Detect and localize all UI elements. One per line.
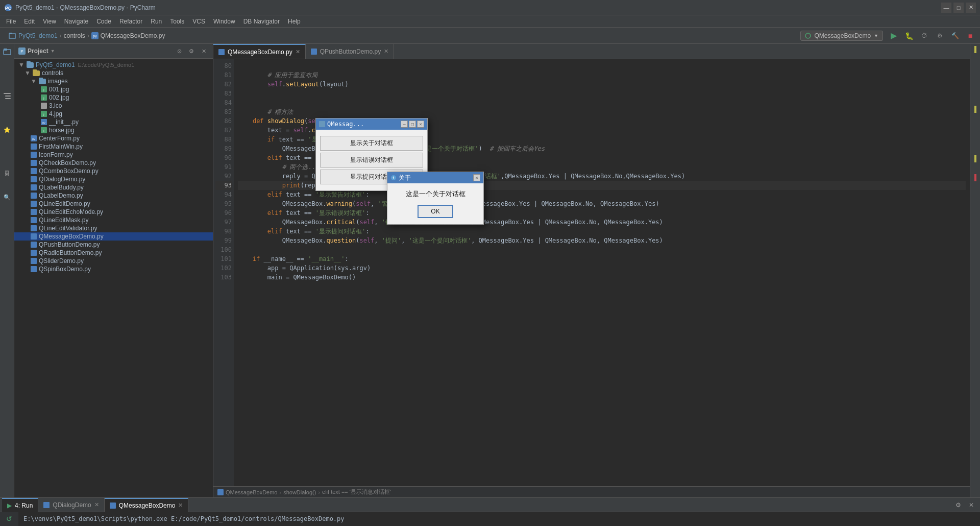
tree-qlineditvalidator[interactable]: QLineEditValidator.py [14,224,213,232]
chevron-down-icon2: ▼ [51,49,55,54]
menu-code[interactable]: Code [92,17,115,26]
minimize-button[interactable]: — [941,3,951,13]
tree-images-folder[interactable]: ▼ images [14,77,213,85]
tree-002jpg[interactable]: j 002.jpg [14,93,213,102]
maximize-button[interactable]: □ [953,3,964,13]
build-button[interactable]: 🔨 [948,29,962,42]
menu-refactor[interactable]: Refactor [115,17,146,26]
tree-horsejpg[interactable]: j horse.jpg [14,126,213,134]
qmessage-maximize-button[interactable]: □ [409,121,416,128]
run-tab-qdialog[interactable]: QDialogDemo ✕ [38,498,104,512]
tree-qlineeditdemo[interactable]: QLineEditDemo.py [14,200,213,208]
tree-expand-icon: ▼ [18,61,24,68]
tab-qpushbutton[interactable]: QPushButtonDemo.py ✕ [306,44,394,59]
run-qmessage-icon [110,503,116,509]
sidebar-favorites-icon[interactable]: ⭐ [1,124,13,136]
python-file-icon12 [31,217,37,223]
run-panel-close-button[interactable]: ✕ [965,498,978,512]
tree-qlabeldemo[interactable]: QLabelDemo.py [14,192,213,200]
breadcrumb: PyQt5_demo1 › controls › py QMessageBoxD… [8,32,402,40]
close-panel-button[interactable]: ✕ [199,46,209,56]
menu-run[interactable]: Run [146,17,166,26]
menu-navigate[interactable]: Navigate [60,17,92,26]
run-tab-active[interactable]: ▶ 4: Run [2,498,38,512]
tab-qmessagebox-close[interactable]: ✕ [296,49,300,55]
tree-001jpg[interactable]: j 001.jpg [14,85,213,93]
tree-qpushbutton[interactable]: QPushButtonDemo.py [14,241,213,249]
menu-edit[interactable]: Edit [20,17,39,26]
menu-db-navigator[interactable]: DB Navigator [239,17,284,26]
menu-vcs[interactable]: VCS [188,17,209,26]
menu-help[interactable]: Help [284,17,305,26]
tree-qmessagebox[interactable]: QMessageBoxDemo.py [14,232,213,241]
tree-qlineeditechodemo[interactable]: QLineEditEchoMode.py [14,208,213,216]
tree-iconform[interactable]: IconForm.py [14,151,213,159]
tab-qmessagebox[interactable]: QMessageBoxDemo.py ✕ [213,44,306,59]
tree-qspinbox[interactable]: QSpinBoxDemo.py [14,265,213,273]
debug-button[interactable]: 🐛 [902,29,916,42]
tree-qradiobutton[interactable]: QRadioButtonDemo.py [14,249,213,257]
run-button[interactable]: ▶ [887,29,900,42]
about-dialog-titlebar: i 关于 ✕ [387,172,483,183]
tree-qcombobox[interactable]: QComboBoxDemo.py [14,167,213,175]
tree-qdialog[interactable]: QDialogDemo.py [14,175,213,183]
qmessage-minimize-button[interactable]: — [401,121,408,128]
about-ok-button[interactable]: OK [418,205,453,218]
titlebar-title: PyQt5_demo1 - QMessageBoxDemo.py - PyCha… [15,4,156,11]
collapse-all-button[interactable]: ⊙ [174,46,184,56]
menu-file[interactable]: File [2,17,20,26]
svg-rect-55 [43,502,50,508]
run-tab-label: 4: Run [15,502,33,509]
run-panel-settings-button[interactable]: ⚙ [951,498,965,512]
about-close-button[interactable]: ✕ [473,174,480,181]
qmessage-close-button[interactable]: ✕ [417,121,424,128]
sidebar-structure-icon[interactable] [1,90,13,102]
sidebar-dbbrowser-icon[interactable]: 🗄 [1,168,13,180]
image-file-icon3: j [41,111,47,117]
code-line-99: QMessageBox.question(self, '提问', '这是一个提问… [238,236,966,245]
code-line-103: main = QMessageBoxDemo() [238,273,966,282]
qmessage-dialog-icon [319,121,325,127]
tree-init-py[interactable]: py __init__.py [14,118,213,126]
tree-qlabeldemo-label: QLabelDemo.py [39,192,83,199]
close-button[interactable]: ✕ [966,3,976,13]
tree-4jpg[interactable]: j 4.jpg [14,110,213,118]
menu-view[interactable]: View [39,17,60,26]
coverage-button[interactable]: ⏱ [918,29,931,42]
code-content[interactable]: # 应用于垂直布局 self.setLayout(layout) # 槽方法 d… [234,59,970,486]
rerun-button[interactable]: ↺ [3,514,15,523]
code-line-81: # 应用于垂直布局 [238,70,966,80]
tree-centerform[interactable]: py CenterForm.py [14,134,213,142]
menu-tools[interactable]: Tools [166,17,188,26]
tree-images-label: images [48,78,68,85]
sidebar-project-icon[interactable] [1,46,13,58]
settings-button[interactable]: ⚙ [186,46,197,56]
menu-window[interactable]: Window [209,17,239,26]
project-tree: ▼ PyQt5_demo1 E:\code\PyQt5_demo1 ▼ cont… [14,59,213,497]
tree-qcheckbox[interactable]: QCheckBoxDemo.py [14,159,213,167]
code-editor: 8081828384 8586878889 9091929394 9596979… [213,59,970,486]
profile-button[interactable]: ⚙ [933,29,946,42]
svg-rect-49 [218,49,225,55]
run-tab-qdialog-close[interactable]: ✕ [94,501,99,508]
tree-3ico[interactable]: 3.ico [14,102,213,110]
tree-qlabelbuddy[interactable]: QLabelBuddy.py [14,183,213,192]
run-tab-qmessage[interactable]: QMessageBoxDemo ✕ [105,498,189,512]
tree-controls[interactable]: ▼ controls [14,69,213,77]
run-tab-qmessage-close[interactable]: ✕ [178,502,183,509]
run-output: E:\venvs\PyQt5_demo1\Scripts\python.exe … [18,512,980,526]
tree-firstmainwin[interactable]: FirstMainWin.py [14,142,213,151]
tree-root[interactable]: ▼ PyQt5_demo1 E:\code\PyQt5_demo1 [14,61,213,69]
btn-show-about[interactable]: 显示关于对话框 [320,136,423,151]
stop-button[interactable]: ■ [964,29,977,42]
run-tabs: ▶ 4: Run QDialogDemo ✕ QMessageBoxDemo ✕… [0,498,980,512]
tree-3ico-label: 3.ico [49,102,62,109]
about-dialog[interactable]: i 关于 ✕ 这是一个关于对话框 OK [387,172,484,225]
sidebar-find-icon[interactable]: 🔍 [1,191,13,203]
tree-qlineeditmask[interactable]: QLineEditMask.py [14,216,213,224]
btn-show-error[interactable]: 显示错误对话框 [320,153,423,168]
tab-qpushbutton-close[interactable]: ✕ [384,48,388,55]
titlebar-controls[interactable]: — □ ✕ [941,3,976,13]
run-config[interactable]: QMessageBoxDemo ▼ [800,31,883,41]
tree-qslider[interactable]: QSliderDemo.py [14,257,213,265]
